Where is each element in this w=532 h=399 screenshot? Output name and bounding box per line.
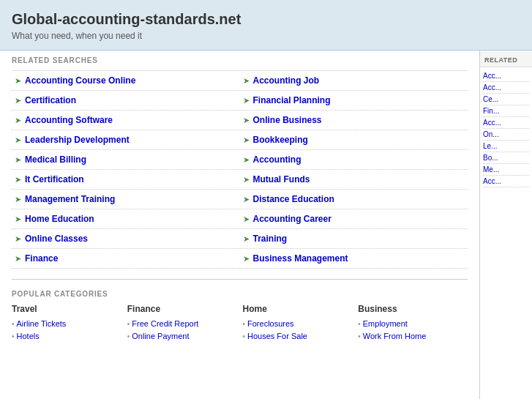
sidebar-link[interactable]: Acc... [483, 70, 529, 82]
arrow-icon: ➤ [243, 155, 250, 165]
related-link[interactable]: Financial Planning [253, 95, 331, 105]
list-item[interactable]: ➤ Medical Billing [12, 150, 240, 170]
category-link[interactable]: Airline Tickets [17, 319, 67, 328]
list-item[interactable]: ➤ Management Training [12, 190, 240, 209]
category-finance: Finance Free Credit Report Online Paymen… [127, 304, 237, 342]
arrow-icon: ➤ [15, 96, 21, 105]
list-item[interactable]: ➤ It Certification [12, 170, 240, 190]
category-home: Home Foreclosures Houses For Sale [243, 304, 353, 342]
category-travel: Travel Airline Tickets Hotels [12, 304, 121, 342]
list-item[interactable]: ➤ Accounting Course Online [12, 71, 240, 91]
list-item[interactable]: ➤ Certification [12, 91, 240, 111]
category-link[interactable]: Houses For Sale [247, 332, 307, 340]
popular-categories-title: POPULAR CATEGORIES [12, 290, 468, 298]
arrow-icon: ➤ [243, 234, 250, 244]
section-divider [12, 279, 468, 280]
arrow-icon: ➤ [15, 155, 21, 165]
list-item[interactable]: Free Credit Report [127, 317, 237, 329]
arrow-icon: ➤ [15, 215, 21, 224]
related-link[interactable]: Certification [25, 95, 76, 105]
arrow-icon: ➤ [243, 254, 250, 264]
list-item[interactable]: ➤ Home Education [12, 209, 240, 229]
related-link[interactable]: Online Classes [25, 234, 88, 244]
sidebar-link[interactable]: Acc... [483, 82, 529, 94]
arrow-icon: ➤ [15, 234, 21, 244]
arrow-icon: ➤ [243, 116, 250, 125]
list-item[interactable]: ➤ Bookkeeping [240, 130, 468, 150]
sidebar-link[interactable]: Me... [483, 164, 529, 176]
related-link[interactable]: Finance [25, 253, 58, 264]
list-item[interactable]: Airline Tickets [12, 317, 121, 329]
related-link[interactable]: Distance Education [253, 194, 334, 204]
list-item[interactable]: ➤ Accounting Job [240, 71, 468, 91]
category-link[interactable]: Online Payment [132, 332, 189, 340]
related-link[interactable]: Accounting [253, 154, 301, 165]
list-item[interactable]: Hotels [12, 329, 121, 342]
related-link[interactable]: It Certification [25, 174, 84, 184]
related-link[interactable]: Bookkeeping [253, 135, 308, 145]
sidebar-link[interactable]: Ce... [483, 94, 529, 105]
list-item[interactable]: ➤ Training [240, 229, 468, 249]
related-link[interactable]: Management Training [25, 194, 115, 204]
related-searches-section: RELATED SEARCHES ➤ Accounting Course Onl… [0, 51, 479, 275]
right-sidebar-links: Acc... Acc... Ce... Fin... Acc... On... … [480, 67, 532, 190]
arrow-icon: ➤ [243, 96, 250, 105]
list-item[interactable]: ➤ Business Management [240, 249, 468, 269]
related-link[interactable]: Mutual Funds [253, 174, 310, 184]
related-link[interactable]: Online Business [253, 115, 322, 125]
related-link[interactable]: Accounting Course Online [25, 75, 135, 86]
right-sidebar-header: RELATED [480, 51, 532, 67]
list-item[interactable]: Foreclosures [243, 317, 353, 329]
site-title: Global-accounting-standards.net [12, 10, 520, 28]
related-link[interactable]: Home Education [25, 214, 94, 224]
list-item[interactable]: ➤ Online Classes [12, 229, 240, 249]
list-item[interactable]: ➤ Finance [12, 249, 240, 269]
arrow-icon: ➤ [15, 195, 21, 204]
category-finance-title: Finance [127, 304, 237, 314]
list-item[interactable]: ➤ Distance Education [240, 190, 468, 209]
sidebar-link[interactable]: Fin... [483, 105, 529, 117]
header: Global-accounting-standards.net What you… [0, 0, 532, 51]
category-link[interactable]: Foreclosures [247, 319, 294, 328]
list-item[interactable]: ➤ Accounting Career [240, 209, 468, 229]
category-travel-title: Travel [12, 304, 121, 314]
popular-categories-section: POPULAR CATEGORIES Travel Airline Ticket… [0, 284, 479, 348]
related-link[interactable]: Accounting Career [253, 214, 331, 224]
list-item[interactable]: ➤ Accounting [240, 150, 468, 170]
list-item[interactable]: ➤ Accounting Software [12, 111, 240, 130]
arrow-icon: ➤ [15, 175, 21, 184]
list-item[interactable]: Online Payment [127, 329, 237, 342]
arrow-icon: ➤ [15, 76, 21, 86]
related-link[interactable]: Accounting Software [25, 115, 113, 125]
arrow-icon: ➤ [243, 175, 250, 184]
category-link[interactable]: Employment [363, 319, 408, 328]
list-item[interactable]: Employment [358, 317, 468, 329]
sidebar-link[interactable]: Acc... [483, 117, 529, 129]
arrow-icon: ➤ [15, 135, 21, 145]
list-item[interactable]: ➤ Financial Planning [240, 91, 468, 111]
arrow-icon: ➤ [243, 215, 250, 224]
related-link[interactable]: Accounting Job [253, 75, 320, 86]
category-link[interactable]: Free Credit Report [132, 319, 198, 328]
arrow-icon: ➤ [15, 254, 21, 264]
category-link[interactable]: Hotels [17, 332, 40, 340]
sidebar-link[interactable]: Bo... [483, 152, 529, 164]
popular-categories-grid: Travel Airline Tickets Hotels Finance Fr… [12, 304, 468, 342]
arrow-icon: ➤ [243, 135, 250, 145]
related-link[interactable]: Medical Billing [25, 154, 86, 165]
sidebar-link[interactable]: Le... [483, 141, 529, 152]
arrow-icon: ➤ [243, 195, 250, 204]
list-item[interactable]: ➤ Leadership Development [12, 130, 240, 150]
related-searches-grid: ➤ Accounting Course Online ➤ Accounting … [12, 70, 468, 269]
related-link[interactable]: Business Management [253, 253, 348, 264]
sidebar-link[interactable]: On... [483, 129, 529, 141]
category-link[interactable]: Work From Home [363, 332, 427, 340]
category-business-title: Business [358, 304, 468, 314]
related-link[interactable]: Training [253, 234, 288, 244]
related-link[interactable]: Leadership Development [25, 135, 130, 145]
list-item[interactable]: Work From Home [358, 329, 468, 342]
sidebar-link[interactable]: Acc... [483, 176, 529, 187]
list-item[interactable]: Houses For Sale [243, 329, 353, 342]
list-item[interactable]: ➤ Online Business [240, 111, 468, 130]
list-item[interactable]: ➤ Mutual Funds [240, 170, 468, 190]
